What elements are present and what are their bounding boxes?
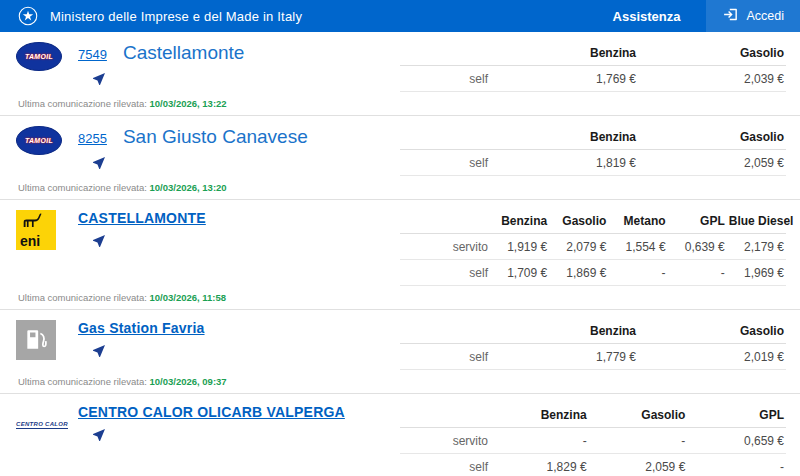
price-cell: 1,709 € [490, 260, 549, 286]
column-header: Gasolio [589, 402, 688, 428]
column-header: Benzina [490, 124, 638, 150]
accedi-button[interactable]: Accedi [706, 0, 800, 32]
price-row: self1,709 €1,869 €--1,969 € [400, 260, 786, 286]
column-header: Gasolio [638, 318, 786, 344]
station-title-block: CASTELLAMONTE [78, 208, 206, 253]
price-row: servito--0,659 € [400, 428, 786, 454]
price-cell: 0,659 € [687, 428, 786, 454]
station-code-link[interactable]: 8255 [78, 131, 107, 146]
price-cell: 2,019 € [638, 344, 786, 370]
app-header: Ministero delle Imprese e del Made in It… [0, 0, 800, 32]
centro-calor-logo: CENTRO CALOR [16, 404, 76, 430]
station-name: Castellamonte [123, 42, 244, 64]
price-cell: 2,079 € [549, 234, 608, 260]
column-header: Metano [608, 208, 667, 234]
price-cell: - [687, 454, 786, 476]
price-cell: 1,554 € [608, 234, 667, 260]
navigate-arrow-icon[interactable] [91, 427, 107, 447]
login-icon [722, 6, 739, 26]
fuel-pump-icon [16, 320, 56, 360]
last-update-time: 10/03/2026, 13:20 [149, 182, 226, 193]
station-info: eni CASTELLAMONTE [16, 208, 400, 286]
price-row: self1,829 €2,059 €- [400, 454, 786, 476]
column-header: Gasolio [638, 124, 786, 150]
brand-logo-cell: CENTRO CALOR [16, 402, 78, 430]
empty-header-cell [400, 318, 490, 344]
station-info: TAMOIL 8255 San Giusto Canavese [16, 124, 400, 176]
station-info: CENTRO CALOR CENTRO CALOR OLICARB VALPER… [16, 402, 400, 476]
price-table: BenzinaGasolioGPL servito--0,659 €self1,… [400, 402, 786, 476]
service-type-label: self [400, 150, 490, 176]
price-cell: 1,919 € [490, 234, 549, 260]
price-cell: 1,969 € [727, 260, 786, 286]
price-cell: 2,059 € [589, 454, 688, 476]
service-type-label: self [400, 260, 490, 286]
last-update-time: 10/03/2026, 09:37 [149, 376, 226, 387]
empty-header-cell [400, 40, 490, 66]
assistenza-link[interactable]: Assistenza [587, 0, 707, 32]
price-cell: 2,039 € [638, 66, 786, 92]
stations-list: TAMOIL 7549 Castellamonte BenzinaGasolio [0, 32, 800, 476]
station-name: San Giusto Canavese [123, 126, 308, 148]
last-update-label: Ultima comunicazione rilevata: [18, 292, 147, 303]
brand-logo-cell: TAMOIL [16, 124, 78, 155]
empty-header-cell [400, 208, 490, 234]
italy-emblem-icon [18, 6, 38, 26]
column-header: GPL [687, 402, 786, 428]
tamoil-logo-text: TAMOIL [25, 53, 53, 60]
column-header: Gasolio [549, 208, 608, 234]
last-update: Ultima comunicazione rilevata: 10/03/202… [16, 286, 786, 309]
price-cell: - [668, 260, 727, 286]
station-name[interactable]: CENTRO CALOR OLICARB VALPERGA [78, 404, 345, 420]
navigate-arrow-icon[interactable] [91, 343, 107, 363]
price-table-wrap: BenzinaGasolio self1,779 €2,019 € [400, 318, 786, 370]
empty-header-cell [400, 402, 490, 428]
station-card: CENTRO CALOR CENTRO CALOR OLICARB VALPER… [0, 394, 800, 476]
price-cell: 1,819 € [490, 150, 638, 176]
station-code-link[interactable]: 7549 [78, 47, 107, 62]
station-card: TAMOIL 7549 Castellamonte BenzinaGasolio [0, 32, 800, 116]
price-cell: 2,179 € [727, 234, 786, 260]
last-update: Ultima comunicazione rilevata: 10/03/202… [16, 92, 786, 115]
price-row: servito1,919 €2,079 €1,554 €0,639 €2,179… [400, 234, 786, 260]
price-table: BenzinaGasolioMetanoGPLBlue Diesel servi… [400, 208, 786, 286]
price-table: BenzinaGasolio self1,779 €2,019 € [400, 318, 786, 370]
station-name[interactable]: Gas Station Favria [78, 320, 205, 336]
service-type-label: self [400, 66, 490, 92]
price-table-wrap: BenzinaGasolio self1,819 €2,059 € [400, 124, 786, 176]
price-cell: 1,869 € [549, 260, 608, 286]
eni-dog-icon [21, 213, 47, 228]
brand-logo-cell: eni [16, 208, 78, 250]
price-table: BenzinaGasolio self1,819 €2,059 € [400, 124, 786, 176]
last-update: Ultima comunicazione rilevata: 10/03/202… [16, 176, 786, 199]
accedi-label: Accedi [746, 9, 784, 23]
price-table: BenzinaGasolio self1,769 €2,039 € [400, 40, 786, 92]
station-card: TAMOIL 8255 San Giusto Canavese BenzinaG… [0, 116, 800, 200]
column-header: GPL [668, 208, 727, 234]
tamoil-logo: TAMOIL [16, 126, 62, 155]
price-table-wrap: BenzinaGasolio self1,769 €2,039 € [400, 40, 786, 92]
station-title-block: 8255 San Giusto Canavese [78, 124, 308, 175]
column-header: Blue Diesel [727, 208, 786, 234]
price-cell: 0,639 € [668, 234, 727, 260]
navigate-arrow-icon[interactable] [91, 233, 107, 253]
last-update-time: 10/03/2026, 13:22 [149, 98, 226, 109]
navigate-arrow-icon[interactable] [91, 71, 107, 91]
price-row: self1,819 €2,059 € [400, 150, 786, 176]
tamoil-logo-text: TAMOIL [25, 137, 53, 144]
empty-header-cell [400, 124, 490, 150]
column-header: Gasolio [638, 40, 786, 66]
centro-calor-logo-text: CENTRO CALOR [16, 421, 68, 429]
price-table-wrap: BenzinaGasolioGPL servito--0,659 €self1,… [400, 402, 786, 476]
brand-logo-cell [16, 318, 78, 360]
price-cell: - [608, 260, 667, 286]
brand-logo-cell: TAMOIL [16, 40, 78, 71]
price-row: self1,779 €2,019 € [400, 344, 786, 370]
column-header: Benzina [490, 208, 549, 234]
navigate-arrow-icon[interactable] [91, 155, 107, 175]
service-type-label: servito [400, 428, 490, 454]
last-update-label: Ultima comunicazione rilevata: [18, 182, 147, 193]
last-update-label: Ultima comunicazione rilevata: [18, 376, 147, 387]
eni-logo-text: eni [20, 235, 40, 248]
station-name[interactable]: CASTELLAMONTE [78, 210, 206, 226]
